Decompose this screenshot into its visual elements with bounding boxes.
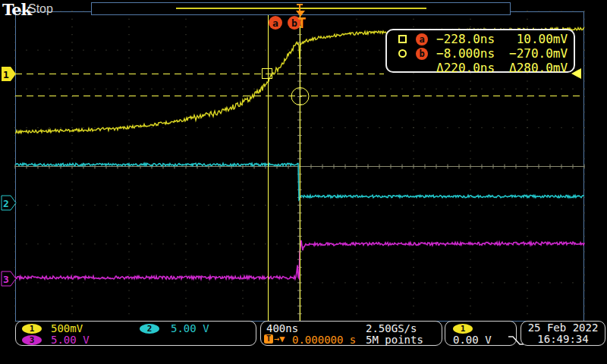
ch2-badge: 2: [140, 324, 159, 334]
trigger-t-icon: T: [264, 334, 273, 344]
ch3-position-flag[interactable]: 3: [2, 271, 16, 286]
trigger-source-badge: 1: [453, 324, 473, 334]
ch2-position-flag[interactable]: 2: [2, 196, 16, 210]
cursor-b-row: b −8.000ns −270.0mV: [398, 46, 568, 61]
cursor-a-value: 10.00mV: [509, 32, 568, 46]
delta-time: Δ220.0ns: [436, 61, 509, 75]
cursor-readout-box: a −228.0ns 10.00mV b −8.000ns −270.0mV Δ…: [385, 29, 575, 73]
cursor-b-time: −8.000ns: [436, 46, 509, 61]
preview-waveform-line: [176, 8, 426, 9]
trigger-position-arrows-icon: →▼: [274, 334, 285, 344]
date-label: 25 Feb 2022: [521, 322, 605, 334]
record-length: 5M points: [366, 334, 423, 346]
cursor-a-row: a −228.0ns 10.00mV: [398, 32, 568, 46]
sample-rate: 2.50GS/s: [366, 322, 417, 334]
cursor-delta-row: Δ220.0ns Δ280.0mV: [398, 61, 568, 75]
tek-logo: Tek: [2, 0, 31, 19]
ch3-flag-label: 3: [3, 274, 9, 285]
time-label: 16:49:34: [521, 334, 605, 345]
ch1-badge: 1: [22, 324, 42, 334]
timebase-scale: 400ns: [266, 322, 298, 334]
ch1-position-flag[interactable]: 1: [2, 67, 16, 81]
acquisition-status: Stop: [28, 2, 53, 16]
ch3-scale: 5.00 V: [51, 334, 90, 346]
ch2-scale: 5.00 V: [171, 322, 209, 334]
vertical-scale-box[interactable]: 1 500mV 2 5.00 V 3 5.00 V: [15, 321, 256, 346]
ch1-scale: 500mV: [51, 322, 83, 334]
trigger-level: 0.00 V: [453, 334, 492, 346]
cursor-a-badge: a: [416, 33, 428, 46]
trigger-t-marker[interactable]: T: [297, 14, 306, 31]
cursor-a-top-badge: a: [269, 16, 282, 30]
ch2-flag-label: 2: [3, 198, 9, 209]
ch1-flag-label: 1: [3, 69, 9, 80]
cursor-b-value: −270.0mV: [509, 46, 568, 61]
ch3-badge: 3: [22, 335, 42, 345]
horizontal-settings-box[interactable]: 400ns 2.50GS/s T →▼ 0.000000 s 5M points: [260, 321, 442, 346]
trigger-settings-box[interactable]: 1 0.00 V: [445, 321, 517, 346]
square-cursor-icon: [398, 35, 407, 43]
delta-value: Δ280.0mV: [509, 61, 568, 75]
datetime-box: 25 Feb 2022 16:49:34: [521, 321, 605, 346]
trigger-position-value: 0.000000 s: [292, 334, 356, 346]
circle-cursor-icon: [398, 49, 407, 58]
cursor-a-time: −228.0ns: [436, 32, 509, 46]
cursor-b-badge: b: [416, 48, 428, 60]
